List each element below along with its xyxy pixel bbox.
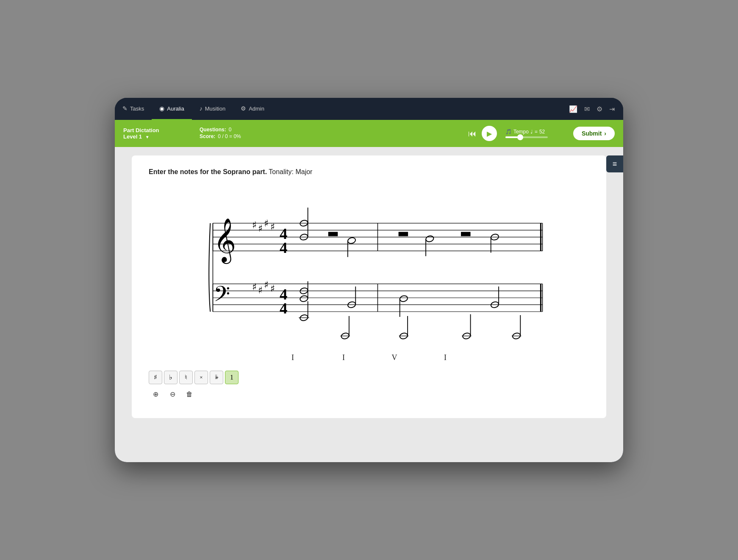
svg-text:♯: ♯ <box>270 283 275 294</box>
logout-icon[interactable]: ⇥ <box>609 105 615 113</box>
nav-tab-tasks[interactable]: ✎ Tasks <box>115 98 152 120</box>
questions-value: 0 <box>229 127 232 133</box>
metronome-icon: 🎵 <box>505 129 512 135</box>
tempo-slider-fill <box>505 136 518 138</box>
svg-text:4: 4 <box>280 239 287 256</box>
svg-rect-37 <box>328 232 338 236</box>
flat-button[interactable]: ♭ <box>164 371 178 384</box>
auralia-icon: ◉ <box>159 105 164 112</box>
chord-symbols: I I V I <box>149 353 589 362</box>
submit-button[interactable]: Submit › <box>573 127 615 140</box>
bottom-tools: ⊕ ⊖ 🗑 <box>149 388 589 401</box>
settings-icon[interactable]: ⚙ <box>597 105 602 113</box>
nav-tab-tasks-label: Tasks <box>130 105 144 112</box>
panel-toggle-icon: ≡ <box>613 160 617 169</box>
chord-symbol-2: I <box>318 353 369 362</box>
tempo-value: 52 <box>539 129 545 135</box>
play-button[interactable]: ▶ <box>482 126 497 141</box>
top-nav: ✎ Tasks ◉ Auralia ♪ Musition ⚙ Admin 📈 ✉… <box>115 98 623 120</box>
chart-icon[interactable]: 📈 <box>569 105 577 113</box>
instruction-text: Enter the notes for the Soprano part. To… <box>149 168 589 176</box>
music-card: Enter the notes for the Soprano part. To… <box>132 155 606 418</box>
cancel-accidental-button[interactable]: 1 <box>225 371 239 384</box>
chord-symbol-4: I <box>420 353 471 362</box>
playback-controls: ⏮ ▶ <box>468 126 497 141</box>
nav-tab-musition-label: Musition <box>205 105 225 112</box>
score-value: 0 / 0 = 0% <box>218 133 241 139</box>
svg-point-51 <box>399 295 408 302</box>
svg-text:♯: ♯ <box>270 222 275 232</box>
tempo-label: 🎵 Tempo ♩ = 52 <box>505 129 545 135</box>
score-label: Score: <box>200 133 215 139</box>
tasks-icon: ✎ <box>122 105 128 112</box>
nav-tab-admin-label: Admin <box>249 105 264 112</box>
natural-button[interactable]: ♮ <box>179 371 193 384</box>
admin-icon: ⚙ <box>241 105 246 112</box>
accidental-toolbar: ♯ ♭ ♮ × 𝄫 1 <box>149 371 589 384</box>
double-sharp-button[interactable]: × <box>194 371 208 384</box>
nav-tab-auralia-label: Auralia <box>167 105 184 112</box>
toolbar-score: Questions: 0 Score: 0 / 0 = 0% <box>200 127 460 140</box>
chord-symbol-1: I <box>267 353 318 362</box>
instruction-bold: Enter the notes for the Soprano part. <box>149 168 267 175</box>
svg-rect-41 <box>461 232 471 236</box>
nav-tab-auralia[interactable]: ◉ Auralia <box>152 98 191 120</box>
svg-rect-40 <box>399 232 408 236</box>
toolbar: Part Dictation Level 1 ▼ Questions: 0 Sc… <box>115 120 623 147</box>
nav-tab-musition[interactable]: ♪ Musition <box>192 98 233 120</box>
music-notation[interactable]: 𝄞 𝄢 ♯ ♯ ♯ ♯ ♯ ♯ ♯ ♯ 4 <box>149 189 589 345</box>
tempo-slider[interactable] <box>505 136 548 138</box>
tempo-section: 🎵 Tempo ♩ = 52 <box>505 129 565 138</box>
level-dropdown-arrow[interactable]: ▼ <box>145 135 150 139</box>
submit-chevron-icon: › <box>604 130 606 137</box>
svg-text:♯: ♯ <box>252 282 257 292</box>
toolbar-title-line1: Part Dictation <box>123 127 191 133</box>
svg-text:♯: ♯ <box>252 220 257 230</box>
svg-text:𝄢: 𝄢 <box>214 282 230 311</box>
tempo-slider-thumb <box>517 134 523 140</box>
main-content: Enter the notes for the Soprano part. To… <box>115 147 623 462</box>
svg-text:𝄞: 𝄞 <box>214 219 236 264</box>
right-panel-toggle[interactable]: ≡ <box>606 155 623 172</box>
svg-text:♯: ♯ <box>258 285 263 296</box>
delete-button[interactable]: 🗑 <box>183 388 196 401</box>
toolbar-title: Part Dictation Level 1 ▼ <box>123 127 191 140</box>
svg-text:♯: ♯ <box>264 280 269 290</box>
staff-svg: 𝄞 𝄢 ♯ ♯ ♯ ♯ ♯ ♯ ♯ ♯ 4 <box>187 189 551 345</box>
chord-symbol-3: V <box>369 353 420 362</box>
svg-point-38 <box>347 237 356 244</box>
skip-back-button[interactable]: ⏮ <box>468 129 477 139</box>
nav-tab-admin[interactable]: ⚙ Admin <box>233 98 272 120</box>
nav-right-icons: 📈 ✉ ⚙ ⇥ <box>569 98 623 120</box>
mail-icon[interactable]: ✉ <box>584 105 590 113</box>
content-inner: Enter the notes for the Soprano part. To… <box>115 147 623 462</box>
svg-text:♯: ♯ <box>258 223 263 234</box>
toolbar-title-line2: Level 1 ▼ <box>123 133 191 140</box>
instruction-rest: Tonality: Major <box>269 168 312 175</box>
questions-label: Questions: <box>200 127 226 133</box>
sharp-button[interactable]: ♯ <box>149 371 162 384</box>
device-frame: ✎ Tasks ◉ Auralia ♪ Musition ⚙ Admin 📈 ✉… <box>115 98 623 462</box>
svg-text:4: 4 <box>280 299 287 317</box>
double-flat-button[interactable]: 𝄫 <box>210 371 223 384</box>
musition-icon: ♪ <box>200 105 203 112</box>
svg-text:♯: ♯ <box>264 218 269 229</box>
svg-point-42 <box>425 235 434 243</box>
zoom-out-button[interactable]: ⊖ <box>166 388 179 401</box>
tempo-slider-wrap <box>505 136 565 138</box>
svg-point-46 <box>300 295 308 302</box>
zoom-in-button[interactable]: ⊕ <box>149 388 162 401</box>
